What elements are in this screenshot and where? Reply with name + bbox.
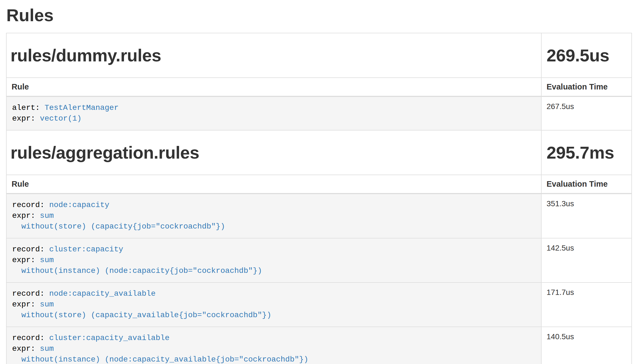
rule-code-line: expr: sum bbox=[12, 299, 536, 310]
rule-group-dummy: rules/dummy.rules 269.5us Rule Evaluatio… bbox=[6, 33, 632, 130]
record-name-link[interactable]: cluster:capacity_available bbox=[49, 334, 169, 342]
code-indent bbox=[12, 267, 21, 275]
code-keyword-record: record: bbox=[12, 201, 49, 209]
rule-definition-cell: alert: TestAlertManager expr: vector(1) bbox=[6, 96, 541, 130]
rule-code-line: expr: vector(1) bbox=[12, 113, 536, 124]
column-header-row: Rule Evaluation Time bbox=[6, 78, 632, 96]
rule-column-header: Rule bbox=[6, 175, 541, 194]
page-title: Rules bbox=[6, 6, 632, 25]
code-keyword-record: record: bbox=[12, 245, 49, 254]
expr-link[interactable]: sum bbox=[40, 300, 54, 309]
expr-continuation-link[interactable]: without(instance) (node:capacity{job="co… bbox=[21, 267, 262, 275]
group-header-row: rules/dummy.rules 269.5us bbox=[6, 33, 632, 78]
rule-code-line: record: cluster:capacity_available bbox=[12, 333, 536, 343]
rule-evaluation-time: 171.7us bbox=[541, 282, 632, 327]
rules-table: rules/dummy.rules 269.5us Rule Evaluatio… bbox=[6, 33, 632, 364]
record-name-link[interactable]: node:capacity bbox=[49, 201, 109, 209]
expr-link[interactable]: vector(1) bbox=[40, 114, 82, 123]
rule-row: alert: TestAlertManager expr: vector(1) … bbox=[6, 96, 632, 130]
code-keyword-record: record: bbox=[12, 334, 49, 342]
code-keyword-expr: expr: bbox=[12, 211, 40, 220]
rule-code-line: expr: sum bbox=[12, 255, 536, 265]
rule-definition-cell: record: cluster:capacity expr: sum witho… bbox=[6, 238, 541, 282]
rules-page: Rules rules/dummy.rules 269.5us Rule Eva… bbox=[0, 6, 638, 364]
rule-code-line: without(instance) (node:capacity{job="co… bbox=[12, 265, 536, 276]
rule-row: record: node:capacity_available expr: su… bbox=[6, 282, 632, 327]
rule-evaluation-time: 140.5us bbox=[541, 327, 632, 364]
code-keyword-expr: expr: bbox=[12, 114, 40, 123]
code-indent bbox=[12, 355, 21, 364]
rule-row: record: cluster:capacity_available expr:… bbox=[6, 327, 632, 364]
code-keyword-expr: expr: bbox=[12, 256, 40, 264]
group-header-row: rules/aggregation.rules 295.7ms bbox=[6, 130, 632, 175]
rule-row: record: cluster:capacity expr: sum witho… bbox=[6, 238, 632, 282]
record-name-link[interactable]: cluster:capacity bbox=[49, 245, 123, 254]
code-keyword-record: record: bbox=[12, 289, 49, 298]
code-keyword-alert: alert: bbox=[12, 104, 45, 112]
evaluation-time-column-header: Evaluation Time bbox=[541, 175, 632, 194]
alert-name-link[interactable]: TestAlertManager bbox=[45, 104, 119, 112]
rule-evaluation-time: 351.3us bbox=[541, 194, 632, 238]
expr-link[interactable]: sum bbox=[40, 211, 54, 220]
rule-code-line: without(instance) (node:capacity_availab… bbox=[12, 354, 536, 364]
expr-continuation-link[interactable]: without(instance) (node:capacity_availab… bbox=[21, 355, 309, 364]
rule-group-aggregation: rules/aggregation.rules 295.7ms Rule Eva… bbox=[6, 130, 632, 364]
rule-column-header: Rule bbox=[6, 78, 541, 96]
code-keyword-expr: expr: bbox=[12, 300, 40, 309]
rule-code-line: expr: sum bbox=[12, 210, 536, 221]
rule-code-line: without(store) (capacity_available{job="… bbox=[12, 310, 536, 320]
evaluation-time-column-header: Evaluation Time bbox=[541, 78, 632, 96]
rule-code-line: alert: TestAlertManager bbox=[12, 102, 536, 113]
column-header-row: Rule Evaluation Time bbox=[6, 175, 632, 194]
group-file-name: rules/dummy.rules bbox=[6, 33, 541, 78]
rule-code-line: expr: sum bbox=[12, 343, 536, 354]
rule-code-line: without(store) (capacity{job="cockroachd… bbox=[12, 221, 536, 232]
rule-definition-cell: record: node:capacity_available expr: su… bbox=[6, 282, 541, 327]
group-file-name: rules/aggregation.rules bbox=[6, 130, 541, 175]
group-evaluation-time: 295.7ms bbox=[541, 130, 632, 175]
rule-evaluation-time: 142.5us bbox=[541, 238, 632, 282]
rule-code-line: record: node:capacity_available bbox=[12, 288, 536, 299]
rule-code-line: record: node:capacity bbox=[12, 200, 536, 210]
code-indent bbox=[12, 311, 21, 319]
record-name-link[interactable]: node:capacity_available bbox=[49, 289, 155, 298]
rule-definition-cell: record: cluster:capacity_available expr:… bbox=[6, 327, 541, 364]
group-evaluation-time: 269.5us bbox=[541, 33, 632, 78]
rule-definition-cell: record: node:capacity expr: sum without(… bbox=[6, 194, 541, 238]
rule-row: record: node:capacity expr: sum without(… bbox=[6, 194, 632, 238]
expr-link[interactable]: sum bbox=[40, 256, 54, 264]
rule-code-line: record: cluster:capacity bbox=[12, 244, 536, 255]
code-keyword-expr: expr: bbox=[12, 344, 40, 353]
code-indent bbox=[12, 222, 21, 231]
rule-evaluation-time: 267.5us bbox=[541, 96, 632, 130]
expr-continuation-link[interactable]: without(store) (capacity_available{job="… bbox=[21, 311, 271, 319]
expr-link[interactable]: sum bbox=[40, 344, 54, 353]
expr-continuation-link[interactable]: without(store) (capacity{job="cockroachd… bbox=[21, 222, 225, 231]
